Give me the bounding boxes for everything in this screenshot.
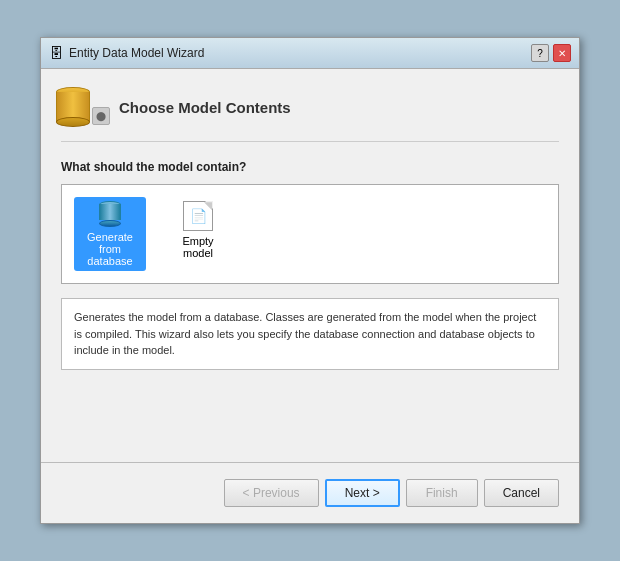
- header-title: Choose Model Contents: [119, 99, 291, 116]
- header-section: ⬤ Choose Model Contents: [61, 85, 559, 142]
- section-label: What should the model contain?: [61, 160, 559, 174]
- empty-model-icon: 📄: [183, 201, 213, 231]
- title-bar-controls: ? ✕: [531, 44, 571, 62]
- footer-divider: [41, 462, 579, 463]
- previous-button[interactable]: < Previous: [224, 479, 319, 507]
- close-button[interactable]: ✕: [553, 44, 571, 62]
- database-icon-large: [56, 87, 90, 127]
- plug-connector-icon: ⬤: [92, 107, 110, 125]
- description-box: Generates the model from a database. Cla…: [61, 298, 559, 370]
- next-button[interactable]: Next >: [325, 479, 400, 507]
- footer-buttons: < Previous Next > Finish Cancel: [61, 475, 559, 507]
- header-icon-area: ⬤: [61, 85, 105, 129]
- option-generate-label: Generate from database: [80, 231, 140, 267]
- option-empty-label: Empty model: [168, 235, 228, 259]
- window-icon: 🗄: [49, 45, 63, 61]
- title-bar: 🗄 Entity Data Model Wizard ? ✕: [41, 38, 579, 69]
- finish-button[interactable]: Finish: [406, 479, 478, 507]
- description-text: Generates the model from a database. Cla…: [74, 311, 536, 356]
- title-bar-left: 🗄 Entity Data Model Wizard: [49, 45, 204, 61]
- spacer: [61, 382, 559, 462]
- cancel-button[interactable]: Cancel: [484, 479, 559, 507]
- option-generate-from-database[interactable]: Generate from database: [74, 197, 146, 271]
- window-title: Entity Data Model Wizard: [69, 46, 204, 60]
- dialog-window: 🗄 Entity Data Model Wizard ? ✕ ⬤ Cho: [40, 37, 580, 524]
- model-options-box: Generate from database 📄 Empty model: [61, 184, 559, 284]
- generate-db-icon: [99, 201, 121, 227]
- help-button[interactable]: ?: [531, 44, 549, 62]
- dialog-body: ⬤ Choose Model Contents What should the …: [41, 69, 579, 523]
- option-empty-model[interactable]: 📄 Empty model: [162, 197, 234, 263]
